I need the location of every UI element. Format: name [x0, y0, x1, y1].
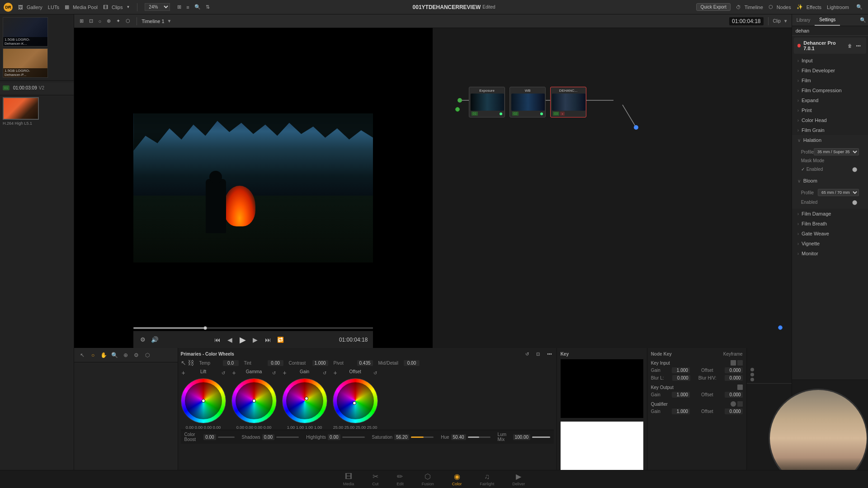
plugin-trash-btn[interactable]: 🗑: [846, 42, 854, 49]
node-dehanc[interactable]: DEHANC... 03 ●: [550, 87, 586, 117]
settings-color-head[interactable]: › Color Head: [792, 115, 868, 125]
viewer-tool-4[interactable]: ⊕: [105, 17, 113, 25]
clip-dropdown[interactable]: ▼: [783, 19, 788, 23]
next-frame-btn[interactable]: ▶: [251, 336, 259, 344]
highlights-slider[interactable]: [342, 436, 365, 438]
settings-input[interactable]: › Input: [792, 56, 868, 66]
skip-fwd-btn[interactable]: ⏭: [264, 336, 272, 344]
add-tool[interactable]: ⊕: [121, 351, 130, 360]
tab-color[interactable]: ◉ Color: [452, 472, 462, 486]
gain-add-btn[interactable]: +: [283, 369, 287, 376]
lum-mix-slider[interactable]: [532, 436, 550, 438]
gallery-menu[interactable]: 🖼 Gallery: [18, 5, 42, 10]
lift-add-btn[interactable]: +: [182, 369, 185, 376]
cp-copy-btn[interactable]: ⊡: [534, 351, 542, 357]
clip-thumbnail[interactable]: [3, 97, 39, 120]
ki-btn-2[interactable]: [737, 360, 743, 366]
cp-refresh-btn[interactable]: ↺: [524, 351, 531, 357]
tab-deliver[interactable]: ▶ Deliver: [512, 472, 525, 486]
ki-offset-value[interactable]: 0.000: [725, 367, 743, 373]
tab-media[interactable]: 🎞 Media: [343, 473, 354, 486]
saturation-value[interactable]: 56.20: [394, 434, 409, 440]
lightroom-tab[interactable]: Lightroom: [827, 5, 849, 10]
prev-frame-btn[interactable]: ◀: [226, 336, 234, 344]
ki-blur-hv-value[interactable]: 0.000: [725, 375, 743, 381]
zoom-tool-c[interactable]: 🔍: [110, 351, 119, 360]
ko-btn[interactable]: [737, 385, 743, 390]
media-pool-menu[interactable]: ▦ Media Pool: [65, 4, 98, 10]
loop-btn[interactable]: 🔁: [277, 336, 285, 344]
halation-enabled-toggle[interactable]: ⬤: [850, 166, 859, 173]
gamma-reset-btn[interactable]: ↺: [272, 369, 276, 376]
bloom-profile-select[interactable]: 65 mm / 70 mm: [818, 189, 859, 196]
settings-tab[interactable]: Settings: [815, 14, 840, 26]
temp-value[interactable]: 0.0: [223, 360, 239, 366]
skip-back-btn[interactable]: ⏮: [213, 336, 222, 344]
settings-print[interactable]: › Print: [792, 105, 868, 115]
color-boost-slider[interactable]: [218, 436, 235, 438]
progress-handle[interactable]: [203, 326, 207, 330]
settings-film[interactable]: › Film: [792, 75, 868, 85]
tab-cut[interactable]: ✂ Cut: [372, 472, 378, 486]
zoom-select[interactable]: 24%50%100%: [145, 3, 170, 11]
settings-film-comp[interactable]: › Film Compression: [792, 85, 868, 95]
viewer-tool-6[interactable]: ⬡: [124, 17, 132, 25]
gain-wheel[interactable]: [282, 378, 327, 423]
viewer-tool-3[interactable]: ○: [97, 18, 104, 25]
library-tab[interactable]: Library: [792, 15, 815, 25]
sort-btn[interactable]: ⇅: [204, 3, 212, 11]
node-wb[interactable]: WB 02: [509, 87, 546, 117]
lift-wheel[interactable]: [181, 378, 226, 423]
saturation-slider[interactable]: [411, 436, 434, 438]
tint-value[interactable]: 0.00: [268, 360, 283, 366]
nodes-tab[interactable]: ⬡ Nodes: [769, 4, 791, 10]
mid-detail-value[interactable]: 0.00: [404, 360, 420, 366]
panel-search-btn[interactable]: 🔍: [858, 16, 868, 24]
tab-edit[interactable]: ✏ Edit: [396, 472, 404, 486]
settings-film-dev[interactable]: › Film Developer: [792, 66, 868, 75]
contrast-value[interactable]: 1.000: [312, 360, 328, 366]
shadows-slider[interactable]: [276, 436, 299, 438]
media-thumb-2[interactable]: 1.5GB LOGRO-Dehancer-P...: [3, 48, 48, 78]
transport-settings[interactable]: ⚙: [139, 336, 147, 344]
halation-profile-select[interactable]: 35 mm / Super 35: [814, 148, 859, 155]
pivot-value[interactable]: 0.435: [357, 360, 373, 366]
hue-value[interactable]: 50.40: [451, 434, 466, 440]
settings-film-damage[interactable]: › Film Damage: [792, 209, 868, 219]
play-btn[interactable]: ▶: [239, 336, 247, 344]
ko-gain-value[interactable]: 1.000: [672, 392, 690, 398]
bloom-enabled-toggle[interactable]: ⬤: [850, 199, 859, 206]
cp-more-btn[interactable]: •••: [545, 351, 554, 357]
ki-gain-value[interactable]: 1.000: [672, 367, 690, 373]
q-offset-value[interactable]: 0.000: [725, 408, 743, 414]
tab-fairlight[interactable]: ♫ Fairlight: [480, 473, 494, 486]
settings-film-breath[interactable]: › Film Breath: [792, 219, 868, 229]
progress-bar[interactable]: [133, 327, 373, 329]
param-cursor-icon[interactable]: ↖: [181, 359, 186, 366]
settings-film-grain[interactable]: › Film Grain: [792, 125, 868, 135]
lift-reset-btn[interactable]: ↺: [222, 369, 225, 376]
ki-blur-l-value[interactable]: 0.000: [672, 375, 690, 381]
param-link-icon[interactable]: ⛓: [188, 359, 194, 366]
settings-expand[interactable]: › Expand: [792, 95, 868, 105]
hand-tool[interactable]: ✋: [99, 351, 108, 360]
zoom-in-btn[interactable]: 🔍: [193, 3, 203, 11]
cursor-tool[interactable]: ↖: [78, 351, 87, 360]
hue-slider[interactable]: [468, 436, 491, 438]
settings-monitor[interactable]: › Monitor: [792, 249, 868, 258]
offset-reset-btn[interactable]: ↺: [373, 369, 377, 376]
plugin-more-btn[interactable]: •••: [854, 42, 863, 49]
clip-area[interactable]: H.264 High L5.1: [0, 95, 74, 127]
settings-halation[interactable]: ∨ Halation: [792, 135, 868, 145]
viewer-tool-5[interactable]: ✦: [114, 17, 122, 25]
settings-tool[interactable]: ⚙: [132, 351, 141, 360]
transport-audio[interactable]: 🔊: [151, 336, 159, 344]
viewer-tool-2[interactable]: ⊡: [87, 17, 95, 25]
list-view-btn[interactable]: ≡: [184, 3, 191, 11]
clips-menu[interactable]: 🎞 Clips ▼: [103, 5, 130, 10]
luts-menu[interactable]: LUTs: [48, 5, 59, 10]
highlights-value[interactable]: 0.00: [328, 434, 340, 440]
shadows-value[interactable]: 0.00: [262, 434, 274, 440]
color-boost-value[interactable]: 0.00: [203, 434, 216, 440]
settings-bloom[interactable]: ∨ Bloom: [792, 176, 868, 186]
